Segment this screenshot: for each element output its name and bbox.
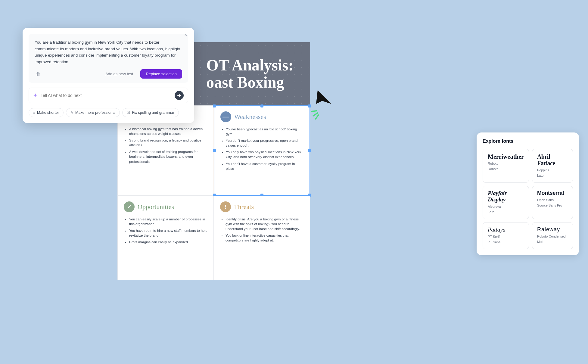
delete-suggestion-button[interactable]: 🗑: [35, 70, 42, 78]
ai-text-input[interactable]: [41, 93, 172, 98]
font-name-abril: Abril Fatface: [537, 153, 568, 166]
ai-panel: × You are a traditional boxing gym in Ne…: [23, 28, 194, 123]
threats-list: Identity crisis: Are you a boxing gym or…: [220, 217, 304, 243]
font-sub-playfair: Alegreya Lora: [488, 204, 524, 215]
resize-handle-tl[interactable]: [213, 104, 216, 107]
threats-cell: ! Threats Identity crisis: Are you a box…: [214, 196, 310, 280]
resize-handle-mr[interactable]: [308, 149, 311, 152]
list-item: Identity crisis: Are you a boxing gym or…: [226, 217, 304, 231]
list-item: You lack online interactive capacities t…: [226, 233, 304, 243]
replace-selection-button[interactable]: Replace selection: [140, 69, 182, 79]
list-item: Profit margins can easily be expanded.: [129, 240, 207, 244]
svg-marker-0: [316, 90, 331, 104]
weaknesses-body: You've been typecast as an 'old school' …: [214, 125, 310, 177]
fonts-grid: Merriweather Roboto Roboto Abril Fatface…: [483, 149, 573, 249]
list-item: A historical boxing gym that has trained…: [129, 126, 207, 136]
weaknesses-list: You've been typecast as an 'old school' …: [220, 127, 303, 171]
make-professional-label: Make more professional: [75, 110, 115, 115]
weaknesses-icon: —: [220, 111, 231, 122]
opportunities-list: You can easily scale up a number of proc…: [124, 217, 207, 244]
resize-handle-ml[interactable]: [213, 149, 216, 152]
make-shorter-label: Make shorter: [37, 110, 59, 115]
font-name-playfair: Playfair Display: [488, 190, 524, 203]
resize-handle-tm[interactable]: [260, 104, 263, 107]
font-card-playfair[interactable]: Playfair Display Alegreya Lora: [483, 186, 529, 219]
weaknesses-title: Weaknesses: [234, 113, 266, 121]
ai-input-area: ✦: [29, 88, 188, 103]
cursor-arrow: [309, 87, 333, 111]
font-sub-merriweather: Roboto Roboto: [488, 161, 524, 172]
weaknesses-cell: — Weaknesses You've been typecast as an …: [214, 105, 310, 196]
fix-spelling-button[interactable]: ☑ Fix spelling and grammar: [122, 108, 179, 117]
font-name-merriweather: Merriweather: [488, 153, 524, 160]
list-item: You can easily scale up a number of proc…: [129, 217, 207, 226]
font-sub-pattaya: PT Serif PT Sans: [488, 234, 524, 245]
weaknesses-header: — Weaknesses: [214, 106, 310, 125]
swot-header-title: OT Analysis: oast Boxing: [200, 51, 299, 97]
font-name-raleway: Raleway: [537, 227, 568, 233]
list-item: You only have two physical locations in …: [226, 150, 303, 159]
font-card-abril[interactable]: Abril Fatface Poppins Lato: [532, 149, 573, 183]
make-professional-button[interactable]: ✎ Make more professional: [66, 108, 120, 117]
make-professional-icon: ✎: [70, 110, 73, 115]
opportunities-icon: ✓: [124, 201, 135, 212]
svg-line-1: [313, 113, 318, 116]
opportunities-body: You can easily scale up a number of proc…: [118, 215, 213, 251]
font-sub-raleway: Roboto Condensed Muli: [537, 234, 568, 244]
list-item: You've been typecast as an 'old school' …: [226, 127, 303, 136]
font-card-raleway[interactable]: Raleway Roboto Condensed Muli: [532, 222, 573, 249]
threats-icon: !: [220, 201, 231, 212]
make-shorter-icon: ≡: [33, 110, 35, 115]
list-item: A well-developed set of training program…: [129, 149, 207, 164]
list-item: You don't market your progressive, open …: [226, 138, 303, 148]
fix-spelling-label: Fix spelling and grammar: [132, 110, 174, 115]
font-card-montserrat[interactable]: Montserrat Open Sans Source Sans Pro: [532, 186, 573, 219]
font-card-merriweather[interactable]: Merriweather Roboto Roboto: [483, 149, 529, 183]
ai-suggestion-text: You are a traditional boxing gym in New …: [35, 39, 182, 65]
list-item: You have room to hire a new staff member…: [129, 228, 207, 238]
opportunities-title: Opportunities: [138, 203, 174, 211]
font-sub-abril: Poppins Lato: [537, 168, 568, 178]
fix-spelling-icon: ☑: [127, 110, 130, 115]
opportunities-header: ✓ Opportunities: [118, 196, 213, 215]
ai-quick-actions: ≡ Make shorter ✎ Make more professional …: [29, 108, 188, 117]
list-item: Strong brand recognition, a legacy and p…: [129, 138, 207, 148]
font-card-pattaya[interactable]: Pattaya PT Serif PT Sans: [483, 222, 529, 249]
threats-title: Threats: [234, 203, 254, 211]
sparkle-icon: ✦: [33, 92, 38, 99]
threats-header: ! Threats: [214, 196, 310, 215]
strengths-body: A historical boxing gym that has trained…: [118, 125, 213, 170]
add-as-new-text-button[interactable]: Add as new text: [102, 70, 137, 78]
close-button[interactable]: ×: [182, 31, 189, 39]
font-name-montserrat: Montserrat: [537, 190, 568, 196]
ai-suggestion-box: You are a traditional boxing gym in New …: [29, 34, 188, 83]
strengths-list: A historical boxing gym that has trained…: [124, 126, 207, 164]
list-item: You don't have a customer loyalty progra…: [226, 161, 303, 171]
fonts-panel-title: Explore fonts: [483, 138, 573, 144]
font-sub-montserrat: Open Sans Source Sans Pro: [537, 198, 568, 208]
fonts-panel: Explore fonts Merriweather Roboto Roboto…: [477, 132, 579, 255]
font-name-pattaya: Pattaya: [488, 227, 524, 233]
ai-suggestion-actions: 🗑 Add as new text Replace selection: [35, 69, 182, 79]
swot-header: OT Analysis: oast Boxing: [190, 42, 310, 105]
ai-send-button[interactable]: [175, 91, 184, 100]
opportunities-cell: ✓ Opportunities You can easily scale up …: [117, 196, 214, 280]
make-shorter-button[interactable]: ≡ Make shorter: [29, 108, 64, 117]
swot-grid: ★ Strengths A historical boxing gym that…: [117, 105, 310, 364]
threats-body: Identity crisis: Are you a boxing gym or…: [214, 215, 310, 249]
svg-line-3: [316, 115, 319, 119]
